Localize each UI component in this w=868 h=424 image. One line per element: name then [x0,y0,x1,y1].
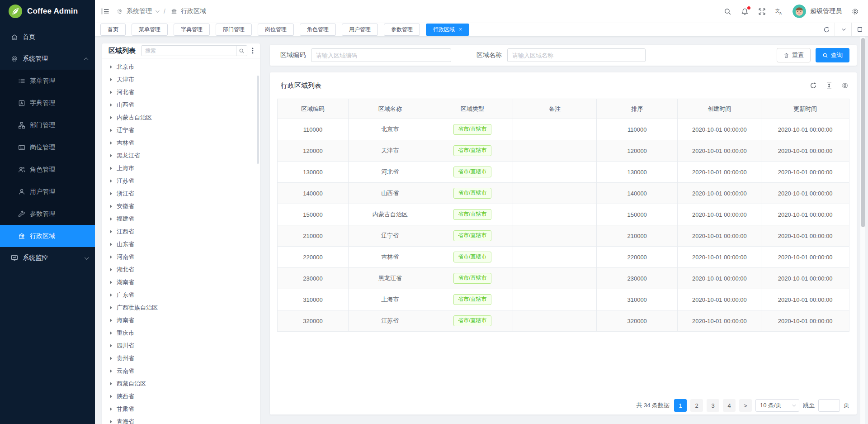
expand-arrow-icon[interactable] [110,192,112,195]
expand-arrow-icon[interactable] [110,420,112,424]
nav-tab[interactable]: 角色管理 × [300,24,336,36]
sidebar-subitem[interactable]: 行政区域 [0,225,95,247]
tree-node[interactable]: 广东省 [105,289,257,301]
nav-tab[interactable]: 部门管理 × [216,24,252,36]
table-row[interactable]: 110000 北京市 省市/直辖市 110000 2020-10-01 00:0… [278,119,849,140]
nav-tab[interactable]: 参数管理 × [384,24,420,36]
expand-arrow-icon[interactable] [110,217,112,221]
tree-node[interactable]: 吉林省 [105,137,257,149]
expand-arrow-icon[interactable] [110,293,112,297]
tree-node[interactable]: 江西省 [105,225,257,238]
sidebar-subitem[interactable]: 部门管理 [0,114,95,136]
tree-node[interactable]: 浙江省 [105,187,257,200]
expand-arrow-icon[interactable] [110,129,112,132]
refresh-icon[interactable] [810,82,817,89]
table-row[interactable]: 320000 江苏省 省市/直辖市 320000 2020-10-01 00:0… [278,310,849,332]
tree-node[interactable]: 福建省 [105,213,257,225]
translate-icon[interactable]: 文A [775,8,783,15]
sidebar-collapse-icon[interactable] [101,8,109,15]
nav-tab[interactable]: 菜单管理 × [132,24,168,36]
expand-arrow-icon[interactable] [110,255,112,259]
bell-icon[interactable] [741,8,749,15]
expand-arrow-icon[interactable] [110,65,112,69]
tree-node[interactable]: 海南省 [105,314,257,327]
close-icon[interactable]: × [459,27,462,32]
expand-arrow-icon[interactable] [110,306,112,310]
maximize-icon[interactable] [851,23,868,36]
tree-node[interactable]: 天津市 [105,73,257,86]
table-row[interactable]: 220000 吉林省 省市/直辖市 220000 2020-10-01 00:0… [278,247,849,268]
refresh-icon[interactable] [818,23,835,36]
tree-node[interactable]: 山西省 [105,99,257,111]
expand-arrow-icon[interactable] [110,331,112,335]
expand-arrow-icon[interactable] [110,230,112,233]
tree-node[interactable]: 贵州省 [105,352,257,365]
tree-node[interactable]: 湖南省 [105,276,257,289]
table-row[interactable]: 130000 河北省 省市/直辖市 130000 2020-10-01 00:0… [278,162,849,183]
page-number-button[interactable]: 4 [723,399,736,412]
expand-arrow-icon[interactable] [110,281,112,284]
expand-arrow-icon[interactable] [110,179,112,183]
tree-node[interactable]: 安徽省 [105,200,257,213]
expand-arrow-icon[interactable] [110,167,112,170]
kebab-menu-icon[interactable] [252,47,254,54]
tree-node[interactable]: 陕西省 [105,390,257,403]
fullscreen-icon[interactable] [758,8,766,15]
settings-gear-icon[interactable] [851,8,859,15]
expand-arrow-icon[interactable] [110,344,112,348]
expand-arrow-icon[interactable] [110,319,112,322]
sidebar-item-home[interactable]: 首页 [0,26,95,48]
tree-node[interactable]: 云南省 [105,365,257,377]
column-height-icon[interactable] [826,82,833,89]
tree-node[interactable]: 河北省 [105,86,257,99]
expand-arrow-icon[interactable] [110,205,112,208]
sidebar-subitem[interactable]: 用户管理 [0,181,95,203]
expand-arrow-icon[interactable] [110,382,112,386]
expand-arrow-icon[interactable] [110,116,112,119]
table-row[interactable]: 310000 上海市 省市/直辖市 310000 2020-10-01 00:0… [278,289,849,310]
nav-tab[interactable]: 行政区域 × [426,24,469,36]
tree-node[interactable]: 上海市 [105,162,257,175]
expand-arrow-icon[interactable] [110,154,112,157]
tree-node[interactable]: 河南省 [105,251,257,263]
tree-node[interactable]: 山东省 [105,238,257,251]
page-number-button[interactable]: 3 [707,399,719,412]
expand-arrow-icon[interactable] [110,78,112,81]
nav-tab[interactable]: 用户管理 × [342,24,378,36]
jump-page-input[interactable] [818,399,840,412]
next-page-button[interactable]: > [739,399,752,412]
nav-tab[interactable]: 字典管理 × [174,24,210,36]
tree-search-input[interactable] [142,46,236,56]
expand-arrow-icon[interactable] [110,103,112,107]
table-settings-gear-icon[interactable] [841,82,849,89]
expand-arrow-icon[interactable] [110,91,112,94]
expand-arrow-icon[interactable] [110,407,112,411]
region-code-input[interactable] [311,48,451,62]
expand-arrow-icon[interactable] [110,141,112,145]
sidebar-subitem[interactable]: 角色管理 [0,158,95,181]
chevron-down-icon[interactable] [835,23,851,36]
table-row[interactable]: 150000 内蒙古自治区 省市/直辖市 150000 2020-10-01 0… [278,204,849,225]
tree-node[interactable]: 北京市 [105,61,257,73]
table-row[interactable]: 230000 黑龙江省 省市/直辖市 230000 2020-10-01 00:… [278,268,849,289]
page-number-button[interactable]: 2 [690,399,703,412]
page-size-select[interactable]: 10 条/页 [755,399,799,412]
scrollbar-thumb[interactable] [861,38,865,227]
table-row[interactable]: 120000 天津市 省市/直辖市 120000 2020-10-01 00:0… [278,140,849,162]
expand-arrow-icon[interactable] [110,268,112,272]
expand-arrow-icon[interactable] [110,243,112,246]
tree-node[interactable]: 青海省 [105,415,257,424]
expand-arrow-icon[interactable] [110,395,112,398]
tree-search-icon[interactable] [236,46,247,56]
tree-node[interactable]: 内蒙古自治区 [105,111,257,124]
tree-node[interactable]: 广西壮族自治区 [105,301,257,314]
sidebar-item-system[interactable]: 系统管理 [0,48,95,70]
tree-node[interactable]: 甘肃省 [105,403,257,415]
table-row[interactable]: 140000 山西省 省市/直辖市 140000 2020-10-01 00:0… [278,183,849,204]
region-name-input[interactable] [507,48,646,62]
nav-tab[interactable]: 岗位管理 × [258,24,294,36]
sidebar-item-monitor[interactable]: 系统监控 [0,247,95,269]
breadcrumb-section[interactable]: 系统管理 [127,7,152,15]
page-scrollbar[interactable] [860,37,865,424]
user-menu[interactable]: 超级管理员 [793,5,842,18]
